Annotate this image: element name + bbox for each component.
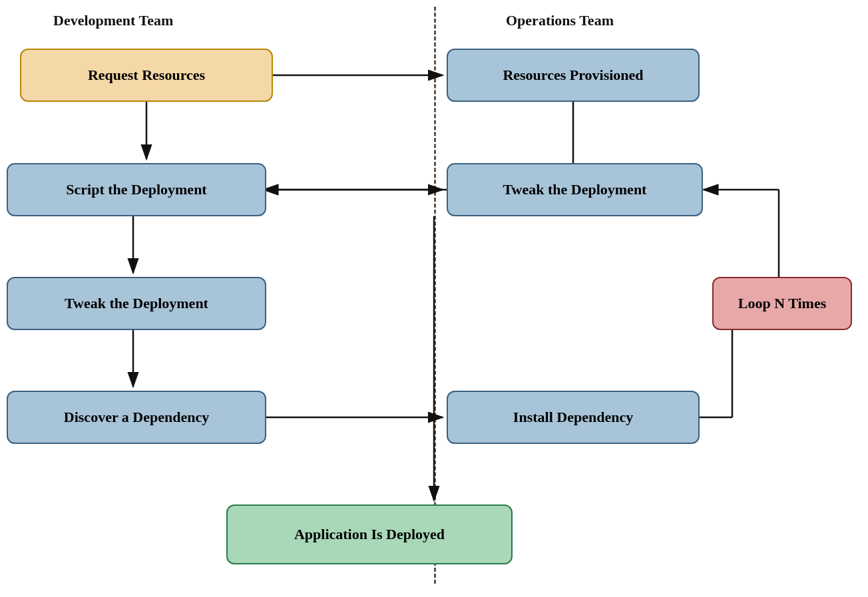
diagram-container: Development Team Operations Team [0,0,868,597]
tweak-deployment-ops-node: Tweak the Deployment [447,163,703,216]
request-resources-node: Request Resources [20,49,273,102]
script-deployment-node: Script the Deployment [7,163,266,216]
ops-team-header: Operations Team [506,12,614,29]
lane-divider [434,7,436,584]
resources-provisioned-node: Resources Provisioned [447,49,700,102]
loop-n-times-node: Loop N Times [712,277,852,330]
app-deployed-node: Application Is Deployed [226,504,513,564]
tweak-deployment-dev-node: Tweak the Deployment [7,277,266,330]
discover-dependency-node: Discover a Dependency [7,391,266,444]
install-dependency-node: Install Dependency [447,391,700,444]
dev-team-header: Development Team [53,12,173,29]
